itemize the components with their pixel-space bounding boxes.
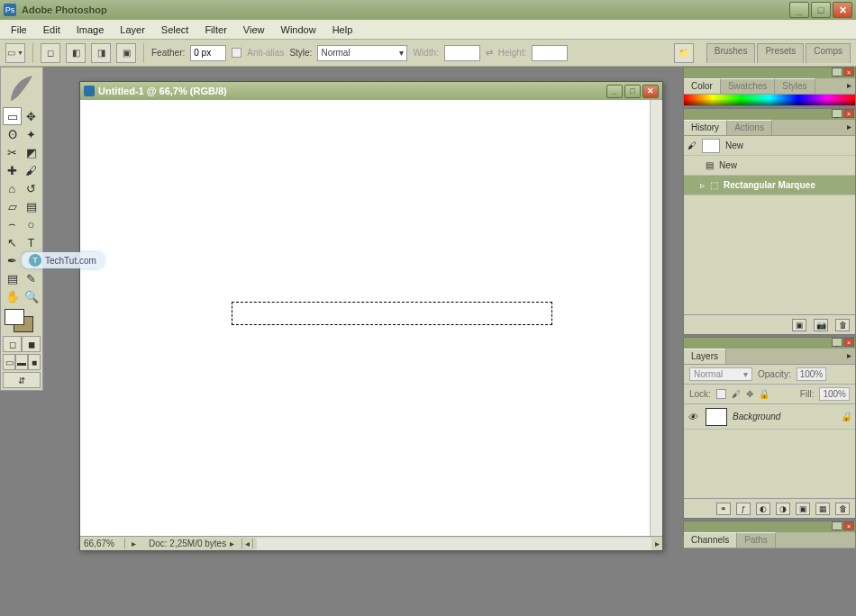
move-tool[interactable]: ✥ [22,107,41,125]
marquee-selection[interactable] [232,302,552,325]
panel-close-button[interactable]: × [843,521,854,530]
panel-minimize-button[interactable]: _ [832,338,842,347]
menu-filter[interactable]: Filter [197,23,233,37]
layer-style-button[interactable]: ƒ [736,503,751,515]
doc-maximize-button[interactable]: □ [624,85,641,98]
scroll-right-button[interactable]: ▸ [651,539,662,548]
healing-tool[interactable]: ✚ [3,161,22,179]
tab-layers[interactable]: Layers [684,349,726,364]
screen-full-menu-button[interactable]: ▬ [15,354,28,370]
doc-close-button[interactable]: ✕ [642,85,659,98]
imageready-button[interactable]: ⇵ [3,372,41,388]
selection-intersect-button[interactable]: ▣ [116,43,136,63]
maximize-button[interactable]: □ [811,2,831,18]
status-icon[interactable]: ▸ [125,539,141,548]
fill-value[interactable]: 100% [819,387,850,401]
path-select-tool[interactable]: ↖ [3,233,22,251]
history-snapshot-row[interactable]: 🖌 New [684,136,855,156]
slice-tool[interactable]: ◩ [22,143,41,161]
horizontal-scrollbar[interactable] [257,538,651,550]
lock-move-icon[interactable]: ✥ [746,389,753,399]
menu-layer[interactable]: Layer [113,23,152,37]
panel-close-button[interactable]: × [843,338,854,347]
group-button[interactable]: ▣ [796,503,810,515]
selection-add-button[interactable]: ◧ [66,43,86,63]
history-brush-tool[interactable]: ↺ [22,179,41,197]
tab-history[interactable]: History [684,120,727,135]
notes-tool[interactable]: ▤ [3,269,22,287]
blur-tool[interactable]: ⌢ [3,215,22,233]
menu-window[interactable]: Window [274,23,323,37]
panel-minimize-button[interactable]: _ [832,68,842,77]
standard-mode-button[interactable]: ◻ [3,336,22,352]
wand-tool[interactable]: ✦ [22,125,41,143]
panel-menu-icon[interactable]: ▸ [843,120,855,135]
tab-actions[interactable]: Actions [727,120,772,135]
stamp-tool[interactable]: ⌂ [3,179,22,197]
minimize-button[interactable]: _ [789,2,809,18]
hand-tool[interactable]: ✋ [3,287,22,305]
scroll-left-button[interactable]: ◂ [242,539,253,548]
tab-swatches[interactable]: Swatches [721,78,775,94]
gradient-tool[interactable]: ▤ [22,197,41,215]
panel-close-button[interactable]: × [843,68,854,77]
new-doc-from-state-button[interactable]: ▣ [792,319,806,331]
close-button[interactable]: ✕ [833,2,852,18]
document-titlebar[interactable]: Untitled-1 @ 66,7% (RGB/8) _ □ ✕ [80,82,662,100]
tab-color[interactable]: Color [684,78,721,94]
lock-all-icon[interactable]: 🔒 [759,389,769,399]
doc-minimize-button[interactable]: _ [606,85,623,98]
palette-tab-comps[interactable]: Comps [806,43,851,63]
marquee-preset-button[interactable]: ▭▼ [5,43,25,63]
screen-standard-button[interactable]: ▭ [3,354,15,370]
dodge-tool[interactable]: ○ [22,215,41,233]
type-tool[interactable]: T [22,233,41,251]
vertical-scrollbar[interactable] [650,100,662,536]
panel-menu-icon[interactable]: ▸ [843,349,855,364]
color-swatches[interactable] [3,309,41,334]
foreground-color-swatch[interactable] [5,309,24,325]
tab-channels[interactable]: Channels [684,532,737,548]
delete-state-button[interactable]: 🗑 [835,319,850,331]
color-spectrum[interactable] [684,95,855,105]
layer-thumbnail[interactable] [706,408,727,426]
menu-image[interactable]: Image [69,23,112,37]
menu-help[interactable]: Help [325,23,360,37]
history-row-selected[interactable]: ▹ ⬚ Rectangular Marquee [684,176,855,195]
new-layer-button[interactable]: ▦ [815,503,830,515]
eyedropper-tool[interactable]: ✎ [22,269,41,287]
style-select[interactable]: Normal▾ [317,45,407,61]
blend-mode-select[interactable]: Normal▾ [689,367,752,381]
pen-tool[interactable]: ✒ [3,251,22,269]
lasso-tool[interactable]: ʘ [3,125,22,143]
opacity-value[interactable]: 100% [797,367,827,381]
menu-edit[interactable]: Edit [36,23,68,37]
marquee-tool[interactable]: ▭ [3,107,22,125]
canvas[interactable] [80,100,650,536]
delete-layer-button[interactable]: 🗑 [835,503,850,515]
panel-menu-icon[interactable]: ▸ [843,78,855,94]
link-layers-button[interactable]: ⚭ [716,503,731,515]
brush-tool[interactable]: 🖌 [22,161,41,179]
menu-file[interactable]: File [4,23,34,37]
quickmask-mode-button[interactable]: ◼ [22,336,41,352]
layer-mask-button[interactable]: ◐ [756,503,770,515]
layer-row[interactable]: 👁 Background 🔒 [684,404,855,430]
selection-new-button[interactable]: ◻ [41,43,60,63]
zoom-tool[interactable]: 🔍 [22,287,41,305]
lock-transparent-button[interactable] [716,389,726,399]
panel-close-button[interactable]: × [843,109,854,118]
feather-input[interactable] [190,45,226,61]
crop-tool[interactable]: ✂ [3,143,22,161]
menu-select[interactable]: Select [154,23,196,37]
lock-brush-icon[interactable]: 🖌 [732,389,741,399]
layer-name[interactable]: Background [733,412,780,421]
selection-subtract-button[interactable]: ◨ [91,43,111,63]
eraser-tool[interactable]: ▱ [3,197,22,215]
menu-view[interactable]: View [236,23,272,37]
chevron-right-icon[interactable]: ▸ [230,539,234,548]
palette-tab-brushes[interactable]: Brushes [706,43,756,63]
tab-paths[interactable]: Paths [737,532,776,548]
panel-minimize-button[interactable]: _ [832,521,842,530]
panel-minimize-button[interactable]: _ [832,109,842,118]
